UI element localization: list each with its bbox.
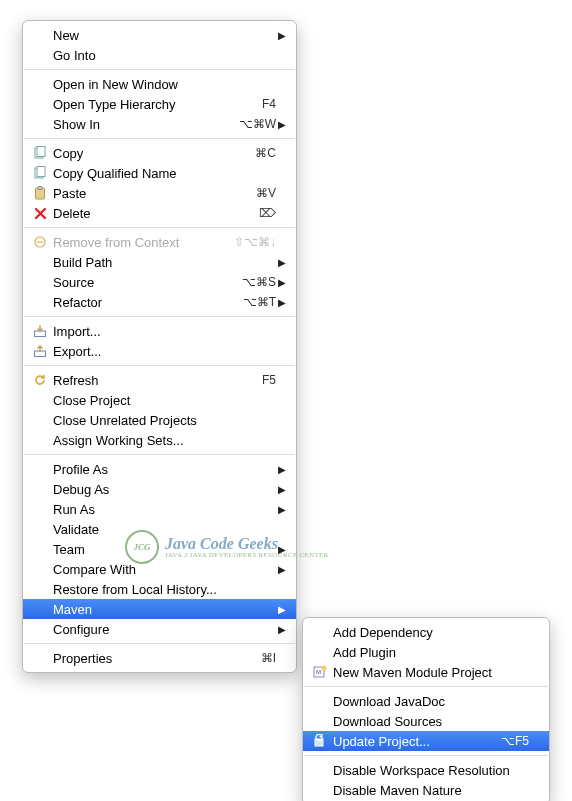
- menu-item-label: Close Unrelated Projects: [53, 413, 276, 428]
- blank-icon: [31, 481, 49, 497]
- menu-item-label: Add Plugin: [333, 645, 529, 660]
- blank-icon: [31, 581, 49, 597]
- menu-item-debug-as[interactable]: Debug As▶: [23, 479, 296, 499]
- menu-item-open-type-hierarchy[interactable]: Open Type HierarchyF4: [23, 94, 296, 114]
- menu-separator: [24, 227, 295, 228]
- refresh-icon: [31, 372, 49, 388]
- menu-item-go-into[interactable]: Go Into: [23, 45, 296, 65]
- submenu-arrow-icon: ▶: [276, 604, 286, 615]
- blank-icon: [31, 96, 49, 112]
- menu-item-label: Update Project...: [333, 734, 495, 749]
- submenu-arrow-icon: ▶: [276, 30, 286, 41]
- menu-item-new[interactable]: New▶: [23, 25, 296, 45]
- svg-point-11: [322, 666, 327, 671]
- menu-item-close-unrelated-projects[interactable]: Close Unrelated Projects: [23, 410, 296, 430]
- blank-icon: [31, 561, 49, 577]
- menu-item-refresh[interactable]: RefreshF5: [23, 370, 296, 390]
- menu-item-assign-working-sets[interactable]: Assign Working Sets...: [23, 430, 296, 450]
- menu-item-build-path[interactable]: Build Path▶: [23, 252, 296, 272]
- menu-item-export[interactable]: Export...: [23, 341, 296, 361]
- menu-item-close-project[interactable]: Close Project: [23, 390, 296, 410]
- menu-item-properties[interactable]: Properties⌘I: [23, 648, 296, 668]
- blank-icon: [31, 294, 49, 310]
- blank-icon: [31, 27, 49, 43]
- menu-separator: [304, 755, 548, 756]
- menu-item-label: Remove from Context: [53, 235, 228, 250]
- menu-item-disable-workspace-resolution[interactable]: Disable Workspace Resolution: [303, 760, 549, 780]
- menu-item-shortcut: F5: [262, 373, 276, 387]
- blank-icon: [31, 76, 49, 92]
- blank-icon: [31, 621, 49, 637]
- blank-icon: [311, 713, 329, 729]
- menu-item-label: Close Project: [53, 393, 276, 408]
- menu-item-profile-as[interactable]: Profile As▶: [23, 459, 296, 479]
- import-icon: [31, 323, 49, 339]
- menu-item-source[interactable]: Source⌥⌘S▶: [23, 272, 296, 292]
- menu-item-new-maven-module-project[interactable]: MNew Maven Module Project: [303, 662, 549, 682]
- submenu-arrow-icon: ▶: [276, 484, 286, 495]
- menu-item-copy[interactable]: Copy⌘C: [23, 143, 296, 163]
- menu-item-label: Configure: [53, 622, 276, 637]
- menu-item-disable-maven-nature[interactable]: Disable Maven Nature: [303, 780, 549, 800]
- menu-item-update-project[interactable]: Update Project...⌥F5: [303, 731, 549, 751]
- menu-item-download-sources[interactable]: Download Sources: [303, 711, 549, 731]
- remove-context-icon: [31, 234, 49, 250]
- menu-item-label: Disable Maven Nature: [333, 783, 529, 798]
- export-icon: [31, 343, 49, 359]
- submenu-arrow-icon: ▶: [276, 624, 286, 635]
- menu-item-configure[interactable]: Configure▶: [23, 619, 296, 639]
- blank-icon: [31, 254, 49, 270]
- menu-item-shortcut: F4: [262, 97, 276, 111]
- submenu-arrow-icon: ▶: [276, 277, 286, 288]
- blank-icon: [31, 47, 49, 63]
- svg-rect-1: [37, 147, 45, 157]
- menu-item-label: Open in New Window: [53, 77, 276, 92]
- menu-item-delete[interactable]: Delete⌦: [23, 203, 296, 223]
- svg-rect-5: [38, 187, 42, 190]
- menu-item-add-dependency[interactable]: Add Dependency: [303, 622, 549, 642]
- menu-item-shortcut: ⌥⌘S: [242, 275, 276, 289]
- submenu-arrow-icon: ▶: [276, 257, 286, 268]
- menu-item-label: Team: [53, 542, 276, 557]
- menu-item-label: Copy Qualified Name: [53, 166, 276, 181]
- menu-item-label: Disable Workspace Resolution: [333, 763, 529, 778]
- menu-item-label: Source: [53, 275, 236, 290]
- menu-item-label: Properties: [53, 651, 255, 666]
- blank-icon: [311, 624, 329, 640]
- update-icon: [311, 733, 329, 749]
- copy-icon: [31, 145, 49, 161]
- menu-item-download-javadoc[interactable]: Download JavaDoc: [303, 691, 549, 711]
- menu-item-show-in[interactable]: Show In⌥⌘W▶: [23, 114, 296, 134]
- blank-icon: [311, 762, 329, 778]
- blank-icon: [31, 501, 49, 517]
- blank-icon: [31, 392, 49, 408]
- svg-text:M: M: [316, 669, 321, 675]
- menu-item-import[interactable]: Import...: [23, 321, 296, 341]
- menu-item-label: Compare With: [53, 562, 276, 577]
- menu-item-add-plugin[interactable]: Add Plugin: [303, 642, 549, 662]
- paste-icon: [31, 185, 49, 201]
- menu-item-validate[interactable]: Validate: [23, 519, 296, 539]
- menu-separator: [304, 686, 548, 687]
- menu-item-shortcut: ⌥⌘W: [239, 117, 276, 131]
- menu-item-label: Validate: [53, 522, 276, 537]
- menu-item-label: Restore from Local History...: [53, 582, 276, 597]
- menu-item-copy-qualified-name[interactable]: Copy Qualified Name: [23, 163, 296, 183]
- context-menu-maven: Add DependencyAdd PluginMNew Maven Modul…: [302, 617, 550, 801]
- menu-item-label: Export...: [53, 344, 276, 359]
- menu-item-compare-with[interactable]: Compare With▶: [23, 559, 296, 579]
- menu-item-run-as[interactable]: Run As▶: [23, 499, 296, 519]
- blank-icon: [31, 116, 49, 132]
- menu-item-label: New Maven Module Project: [333, 665, 529, 680]
- menu-item-maven[interactable]: Maven▶: [23, 599, 296, 619]
- delete-icon: [31, 205, 49, 221]
- menu-separator: [24, 454, 295, 455]
- menu-item-open-in-new-window[interactable]: Open in New Window: [23, 74, 296, 94]
- menu-item-team[interactable]: Team▶: [23, 539, 296, 559]
- menu-item-restore-from-local-history[interactable]: Restore from Local History...: [23, 579, 296, 599]
- menu-item-refactor[interactable]: Refactor⌥⌘T▶: [23, 292, 296, 312]
- menu-item-paste[interactable]: Paste⌘V: [23, 183, 296, 203]
- menu-item-label: Download Sources: [333, 714, 529, 729]
- menu-item-shortcut: ⌘C: [255, 146, 276, 160]
- submenu-arrow-icon: ▶: [276, 464, 286, 475]
